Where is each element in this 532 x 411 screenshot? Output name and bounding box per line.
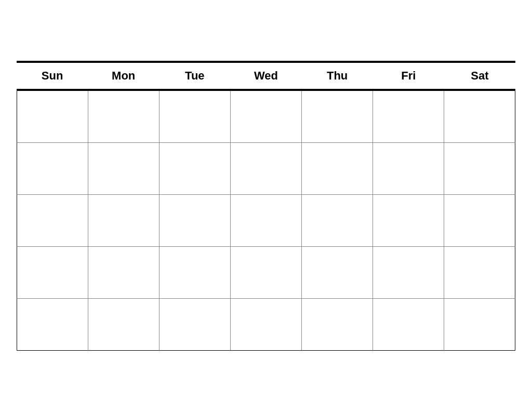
day-header-fri: Fri: [373, 63, 444, 89]
table-row[interactable]: [302, 91, 373, 143]
table-row[interactable]: [231, 247, 302, 299]
table-row[interactable]: [302, 247, 373, 299]
calendar-container: Sun Mon Tue Wed Thu Fri Sat: [17, 61, 515, 351]
day-header-sat: Sat: [444, 63, 515, 89]
table-row[interactable]: [17, 299, 88, 351]
day-header-sun: Sun: [17, 63, 88, 89]
table-row[interactable]: [17, 195, 88, 247]
table-row[interactable]: [159, 195, 231, 247]
table-row[interactable]: [444, 299, 515, 351]
table-row[interactable]: [302, 143, 373, 195]
day-header-thu: Thu: [302, 63, 373, 89]
day-header-tue: Tue: [159, 63, 230, 89]
table-row[interactable]: [88, 195, 159, 247]
table-row[interactable]: [88, 247, 159, 299]
table-row[interactable]: [159, 91, 231, 143]
table-row[interactable]: [231, 299, 302, 351]
table-row[interactable]: [444, 143, 515, 195]
table-row[interactable]: [373, 143, 444, 195]
table-row[interactable]: [88, 299, 159, 351]
table-row[interactable]: [373, 247, 444, 299]
table-row[interactable]: [444, 195, 515, 247]
table-row[interactable]: [444, 91, 515, 143]
table-row[interactable]: [88, 91, 159, 143]
table-row[interactable]: [231, 91, 302, 143]
table-row[interactable]: [159, 143, 231, 195]
table-row[interactable]: [17, 143, 88, 195]
day-header-mon: Mon: [88, 63, 159, 89]
calendar-header: Sun Mon Tue Wed Thu Fri Sat: [17, 61, 515, 90]
table-row[interactable]: [88, 143, 159, 195]
table-row[interactable]: [373, 299, 444, 351]
table-row[interactable]: [231, 195, 302, 247]
table-row[interactable]: [444, 247, 515, 299]
day-header-wed: Wed: [230, 63, 301, 89]
table-row[interactable]: [159, 247, 231, 299]
table-row[interactable]: [373, 195, 444, 247]
table-row[interactable]: [159, 299, 231, 351]
calendar-grid: [17, 90, 515, 351]
table-row[interactable]: [302, 299, 373, 351]
table-row[interactable]: [302, 195, 373, 247]
table-row[interactable]: [231, 143, 302, 195]
table-row[interactable]: [17, 247, 88, 299]
table-row[interactable]: [373, 91, 444, 143]
table-row[interactable]: [17, 91, 88, 143]
